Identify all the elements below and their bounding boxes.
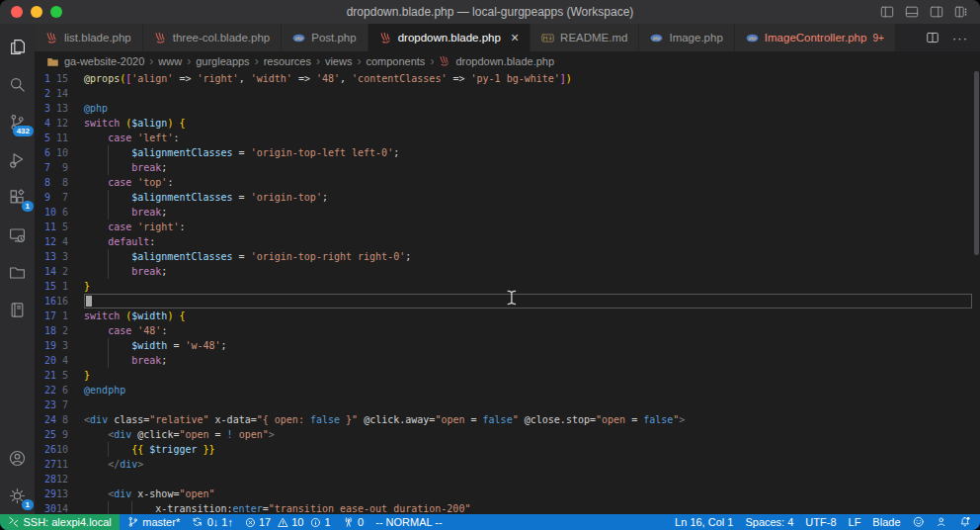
activity-item-extensions[interactable]: 1 xyxy=(0,178,35,216)
window-control-zoom[interactable] xyxy=(50,6,62,18)
line-number-relative: 6 xyxy=(56,205,68,220)
window-control-minimize[interactable] xyxy=(31,6,42,18)
status-indentation[interactable]: Spaces: 4 xyxy=(739,514,799,530)
split-editor-icon[interactable] xyxy=(926,31,939,44)
line-content: $alignmentClasses = 'origin-top'; xyxy=(84,190,972,205)
code-line[interactable]: 133 $alignmentClasses = 'origin-top-righ… xyxy=(35,249,980,264)
tab-image-php[interactable]: phpImage.php xyxy=(639,24,734,51)
activity-item-settings[interactable]: 1 xyxy=(0,477,35,514)
activity-item-source-control[interactable]: 432 xyxy=(0,103,35,140)
line-number-relative: 8 xyxy=(56,175,68,190)
warning-icon xyxy=(278,517,288,528)
breadcrumb-item-resources[interactable]: resources xyxy=(264,55,311,67)
line-content xyxy=(84,472,972,486)
code-line[interactable]: 204 break; xyxy=(35,353,980,368)
activity-item-accounts[interactable] xyxy=(0,439,35,477)
status-cursor-position[interactable]: Ln 16, Col 1 xyxy=(669,514,739,530)
breadcrumb-item-views[interactable]: views xyxy=(325,55,353,67)
activity-item-notebook[interactable] xyxy=(0,291,35,328)
status-eol[interactable]: LF xyxy=(843,514,867,530)
code-line[interactable]: 259 <div @click="open = ! open"> xyxy=(35,427,980,442)
code-line[interactable]: 412switch ($align) { xyxy=(35,116,980,131)
status-language-mode[interactable]: Blade xyxy=(866,514,906,530)
window-control-close[interactable] xyxy=(11,6,23,18)
tab-label: Post.php xyxy=(311,32,356,44)
code-line[interactable]: 88 case 'top': xyxy=(35,175,980,190)
code-line[interactable]: 511 case 'left': xyxy=(35,131,980,145)
line-number-absolute: 18 xyxy=(44,323,56,338)
breadcrumb-file[interactable]: dropdown.blade.php xyxy=(455,55,554,67)
code-line[interactable]: 3014 x-transition:enter="transition ease… xyxy=(35,501,980,514)
activity-item-live-preview[interactable] xyxy=(0,216,35,253)
line-content: break; xyxy=(84,205,972,220)
status-git-branch[interactable]: master* xyxy=(122,514,186,530)
code-line[interactable]: 193 $width = 'w-48'; xyxy=(35,338,980,353)
code-line[interactable]: 171switch ($width) { xyxy=(35,309,980,323)
code-line[interactable]: 2711 </div> xyxy=(35,457,980,472)
code-line[interactable]: 124 default: xyxy=(35,234,980,249)
status-feedback[interactable] xyxy=(907,514,931,530)
code-editor[interactable]: 115@props(['align' => 'right', 'width' =… xyxy=(35,71,980,514)
status-label: Ln 16, Col 1 xyxy=(675,514,733,530)
code-line[interactable]: 214 xyxy=(35,86,980,101)
person-icon xyxy=(936,516,947,528)
tab-dropdown-blade-php[interactable]: dropdown.blade.php× xyxy=(368,24,531,51)
status-bar: SSH: alexpi4.localmaster*0↓ 1↑171010-- N… xyxy=(0,514,980,530)
activity-item-project-folder[interactable] xyxy=(0,253,35,291)
line-number-relative: 5 xyxy=(56,220,68,234)
status-notifications[interactable] xyxy=(953,514,977,530)
more-actions[interactable]: ··· xyxy=(952,31,968,45)
code-line[interactable]: 115 case 'right': xyxy=(35,220,980,234)
folder-icon xyxy=(46,55,59,68)
code-line[interactable]: 2913 <div x-show="open" xyxy=(35,486,980,501)
toggle-panel-icon[interactable] xyxy=(905,5,919,19)
tab-close-icon[interactable]: × xyxy=(511,31,519,44)
status-encoding[interactable]: UTF-8 xyxy=(799,514,842,530)
tab-readme-md[interactable]: README.md xyxy=(531,24,639,51)
toggle-sidebar-icon[interactable] xyxy=(880,5,894,19)
status-problems[interactable]: 17101 xyxy=(239,514,337,530)
code-line[interactable]: 79 break; xyxy=(35,160,980,175)
code-line[interactable]: 115@props(['align' => 'right', 'width' =… xyxy=(35,71,980,86)
search-icon xyxy=(9,76,26,93)
editor-group: list.blade.phpthree-col.blade.phpphpPost… xyxy=(35,24,980,514)
tab-list-blade-php[interactable]: list.blade.php xyxy=(35,24,143,51)
line-number-relative: 3 xyxy=(56,338,68,353)
indent-guide xyxy=(131,501,132,514)
breadcrumb-item-ga-website-2020[interactable]: ga-website-2020 xyxy=(64,55,144,67)
code-line[interactable]: 97 $alignmentClasses = 'origin-top'; xyxy=(35,190,980,205)
code-line[interactable]: 226@endphp xyxy=(35,383,980,398)
line-number-relative: 5 xyxy=(56,368,68,383)
breadcrumb-item-components[interactable]: components xyxy=(366,55,425,67)
customize-layout-icon[interactable] xyxy=(954,5,968,19)
code-line[interactable]: 248<div class="relative" x-data="{ open:… xyxy=(35,412,980,427)
breadcrumb-item-gurgleapps[interactable]: gurgleapps xyxy=(196,55,249,67)
status-sync-changes[interactable]: 0↓ 1↑ xyxy=(186,514,239,530)
activity-item-explorer[interactable] xyxy=(0,28,35,65)
code-line[interactable]: 313@php xyxy=(35,101,980,116)
code-line[interactable]: 106 break; xyxy=(35,205,980,220)
code-line[interactable]: 237 xyxy=(35,398,980,412)
code-line[interactable]: 610 $alignmentClasses = 'origin-top-left… xyxy=(35,145,980,160)
status-remote-explorer-status[interactable] xyxy=(930,514,953,530)
code-line[interactable]: 142 break; xyxy=(35,264,980,279)
code-line[interactable]: 2812 xyxy=(35,472,980,486)
status-ports[interactable]: 0 xyxy=(337,514,370,530)
breadcrumb-item-www[interactable]: www xyxy=(158,55,182,67)
tab-three-col-blade-php[interactable]: three-col.blade.php xyxy=(143,24,282,51)
activity-item-search[interactable] xyxy=(0,65,35,103)
status-vim-mode[interactable]: -- NORMAL -- xyxy=(369,514,448,530)
line-number-relative: 12 xyxy=(56,472,68,486)
tab-post-php[interactable]: phpPost.php xyxy=(282,24,368,51)
code-line[interactable]: 182 case '48': xyxy=(35,323,980,338)
activity-item-run-debug[interactable] xyxy=(0,140,35,178)
status-remote-host[interactable]: SSH: alexpi4.local xyxy=(0,514,120,530)
toggle-secondary-sidebar-icon[interactable] xyxy=(930,5,943,19)
code-line[interactable]: 215} xyxy=(35,368,980,383)
status-label: SSH: alexpi4.local xyxy=(24,514,112,530)
line-number-relative: 14 xyxy=(56,86,68,101)
scrollbar-thumb[interactable] xyxy=(974,71,979,255)
tab-imagecontroller-php[interactable]: phpImageController.php9+ xyxy=(735,24,896,51)
line-number-relative: 1 xyxy=(56,279,68,294)
code-line[interactable]: 2610 {{ $trigger }} xyxy=(35,442,980,457)
